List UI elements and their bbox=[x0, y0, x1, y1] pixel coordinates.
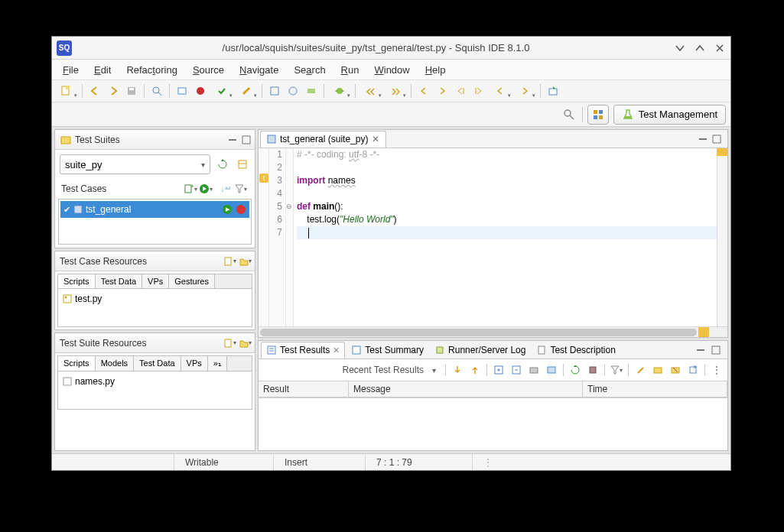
overview-warning-marker[interactable] bbox=[717, 148, 727, 156]
results-menu-button[interactable]: ⋮ bbox=[709, 362, 724, 378]
tab-sr-models[interactable]: Models bbox=[96, 356, 134, 371]
menu-file[interactable]: File bbox=[55, 61, 86, 79]
arrow3-button[interactable] bbox=[452, 83, 469, 99]
resource-list[interactable]: test.py bbox=[57, 289, 252, 327]
suite-props-button[interactable] bbox=[235, 157, 250, 172]
col-time[interactable]: Time bbox=[583, 381, 727, 397]
overview-ruler[interactable] bbox=[717, 148, 727, 326]
warning-marker-icon[interactable]: ! bbox=[259, 174, 268, 183]
new-suite-resource-button[interactable]: ▾ bbox=[223, 336, 238, 351]
perspective-test-management[interactable]: Test Management bbox=[613, 105, 726, 125]
history-button[interactable] bbox=[585, 362, 600, 378]
open-suite-resource-button[interactable]: ▾ bbox=[238, 336, 253, 351]
screenshot-button[interactable] bbox=[526, 362, 542, 378]
new-button[interactable]: ▾ bbox=[55, 83, 78, 99]
recent-dropdown-button[interactable]: ▾ bbox=[426, 362, 441, 378]
tab-scripts[interactable]: Scripts bbox=[58, 274, 96, 288]
tab-gestures[interactable]: Gestures bbox=[169, 274, 215, 288]
close-button[interactable] bbox=[714, 42, 726, 54]
collapse-all-button[interactable] bbox=[509, 362, 524, 378]
prev-fail-button[interactable] bbox=[467, 362, 483, 378]
resource-file-row[interactable]: test.py bbox=[60, 290, 250, 307]
suite-select[interactable]: suite_py ▾ bbox=[60, 154, 210, 174]
edit-tool-button[interactable]: ▾ bbox=[235, 83, 258, 99]
code-area[interactable]: # -*- coding: utf-8 -*-import namesdef m… bbox=[294, 148, 717, 326]
tab-sr-more[interactable]: »₁ bbox=[208, 356, 227, 371]
maximize-editor-button[interactable] bbox=[712, 135, 726, 144]
nav-right-button[interactable] bbox=[434, 83, 451, 99]
quick-search-icon[interactable] bbox=[561, 106, 577, 123]
tool-a-button[interactable] bbox=[266, 83, 283, 99]
tab-vps[interactable]: VPs bbox=[142, 274, 169, 288]
nav-back-button[interactable] bbox=[86, 83, 103, 99]
tab-sr-vps[interactable]: VPs bbox=[181, 356, 208, 371]
fold-gutter[interactable]: ⊖ bbox=[286, 148, 294, 326]
stop-record-button[interactable] bbox=[192, 83, 209, 99]
menu-navigate[interactable]: Navigate bbox=[232, 61, 286, 79]
maximize-view-button[interactable] bbox=[239, 133, 253, 147]
nav-left-button[interactable] bbox=[415, 83, 432, 99]
open-resource-button[interactable]: ▾ bbox=[238, 254, 253, 269]
close-tab-button[interactable]: ✕ bbox=[372, 134, 379, 144]
expand-all-button[interactable] bbox=[491, 362, 506, 378]
suite-resource-file-row[interactable]: names.py bbox=[60, 373, 250, 390]
next-fail-button[interactable] bbox=[450, 362, 465, 378]
run-all-button[interactable]: ▾ bbox=[198, 181, 213, 196]
editor-tab[interactable]: tst_general (suite_py) ✕ bbox=[260, 131, 386, 148]
editor-body[interactable]: ! 1234567 ⊖ # -*- coding: utf-8 -*-impor… bbox=[259, 148, 727, 326]
tab-sr-scripts[interactable]: Scripts bbox=[58, 356, 96, 371]
save-results-button[interactable] bbox=[650, 362, 665, 378]
debug-button[interactable]: ▾ bbox=[328, 83, 351, 99]
close-results-tab-button[interactable]: ✕ bbox=[333, 345, 340, 355]
new-resource-button[interactable]: ▾ bbox=[223, 254, 238, 269]
test-cases-tree[interactable]: ✔ tst_general ▶ bbox=[58, 199, 252, 245]
open-perspective-button[interactable] bbox=[587, 105, 609, 125]
col-result[interactable]: Result bbox=[259, 381, 349, 397]
back-hist-button[interactable]: ▾ bbox=[489, 83, 512, 99]
tab-sr-test-data[interactable]: Test Data bbox=[134, 356, 181, 371]
menu-search[interactable]: Search bbox=[286, 61, 333, 79]
delete-case-button[interactable] bbox=[236, 204, 246, 215]
minimize-view-button[interactable] bbox=[226, 133, 239, 147]
clear-button[interactable] bbox=[633, 362, 648, 378]
col-message[interactable]: Message bbox=[349, 381, 583, 397]
record-button[interactable] bbox=[174, 83, 190, 99]
nav-forward-button[interactable] bbox=[105, 83, 122, 99]
refresh-suite-button[interactable] bbox=[215, 157, 230, 172]
step-over-button[interactable]: ▾ bbox=[359, 83, 382, 99]
tab-test-description[interactable]: Test Description bbox=[532, 342, 620, 358]
tab-test-results[interactable]: Test Results ✕ bbox=[261, 342, 345, 358]
tab-test-summary[interactable]: Test Summary bbox=[346, 342, 428, 358]
filter-cases-button[interactable]: ▾ bbox=[233, 181, 249, 196]
sort-cases-button[interactable]: ↓ᵃᶻ bbox=[218, 181, 233, 196]
fwd-hist-button[interactable]: ▾ bbox=[513, 83, 536, 99]
menu-refactoring[interactable]: Refactoring bbox=[119, 61, 185, 79]
step-into-button[interactable]: ▾ bbox=[384, 83, 407, 99]
arrow4-button[interactable] bbox=[470, 83, 487, 99]
suite-resource-list[interactable]: names.py bbox=[57, 371, 252, 410]
menu-edit[interactable]: Edit bbox=[86, 61, 119, 79]
refresh-results-button[interactable] bbox=[568, 362, 583, 378]
menu-source[interactable]: Source bbox=[185, 61, 232, 79]
editor-hscrollbar[interactable] bbox=[259, 326, 727, 337]
minimize-button[interactable] bbox=[674, 42, 686, 54]
verify-button[interactable]: ▾ bbox=[210, 83, 233, 99]
run-case-button[interactable]: ▶ bbox=[222, 204, 233, 215]
zoom-button[interactable] bbox=[148, 83, 165, 99]
tool-c-button[interactable] bbox=[303, 83, 320, 99]
tool-b-button[interactable] bbox=[285, 83, 301, 99]
filter-results-button[interactable]: ▾ bbox=[609, 362, 624, 378]
export-button[interactable] bbox=[685, 362, 701, 378]
menu-run[interactable]: Run bbox=[333, 61, 367, 79]
minimize-bottom-button[interactable] bbox=[696, 345, 710, 355]
maximize-button[interactable] bbox=[694, 42, 706, 54]
results-table[interactable]: Result Message Time bbox=[259, 381, 727, 450]
delete-results-button[interactable] bbox=[668, 362, 683, 378]
menu-help[interactable]: Help bbox=[418, 61, 454, 79]
minimize-editor-button[interactable] bbox=[698, 135, 712, 144]
new-case-button[interactable]: +▾ bbox=[183, 181, 198, 196]
tab-runner-log[interactable]: Runner/Server Log bbox=[430, 342, 530, 358]
launch-button[interactable] bbox=[545, 83, 561, 99]
tab-test-data[interactable]: Test Data bbox=[96, 274, 142, 288]
maximize-bottom-button[interactable] bbox=[711, 345, 725, 355]
